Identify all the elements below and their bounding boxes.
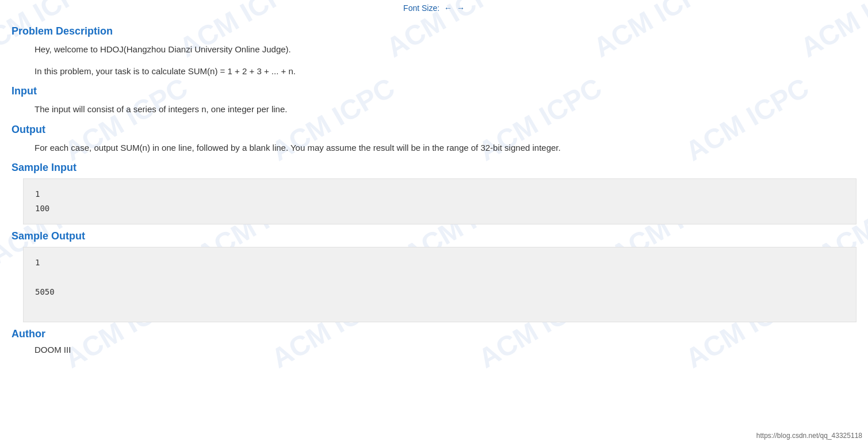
sample-input-line-2: 100: [35, 201, 844, 216]
output-heading: Output: [12, 124, 856, 136]
sample-output-line-2: 5050: [35, 285, 844, 299]
page-wrapper: Font Size: ← → Problem Description Hey, …: [0, 0, 868, 378]
author-heading: Author: [12, 328, 856, 340]
font-size-bar: Font Size: ← →: [12, 0, 856, 20]
sample-output-block: 1 5050: [23, 247, 856, 322]
sample-output-heading: Sample Output: [12, 230, 856, 242]
font-size-decrease[interactable]: ←: [444, 3, 452, 13]
problem-description-heading: Problem Description: [12, 25, 856, 37]
sample-input-heading: Sample Input: [12, 162, 856, 174]
sample-input-line-1: 1: [35, 187, 844, 201]
sample-output-line-1: 1: [35, 256, 844, 270]
input-content: The input will consist of a series of in…: [35, 102, 856, 117]
author-content: DOOM III: [35, 345, 856, 355]
problem-description-p1: Hey, welcome to HDOJ(Hangzhou Dianzi Uni…: [35, 42, 856, 57]
input-heading: Input: [12, 85, 856, 97]
sample-output-blank-1: [35, 270, 844, 285]
sample-input-block: 1 100: [23, 178, 856, 224]
output-text: For each case, output SUM(n) in one line…: [35, 140, 856, 155]
problem-description-content: Hey, welcome to HDOJ(Hangzhou Dianzi Uni…: [35, 42, 856, 78]
output-content: For each case, output SUM(n) in one line…: [35, 140, 856, 155]
font-size-increase[interactable]: →: [457, 3, 465, 13]
input-text: The input will consist of a series of in…: [35, 102, 856, 117]
sample-output-blank-2: [35, 299, 844, 314]
problem-description-p2: In this problem, your task is to calcula…: [35, 64, 856, 79]
font-size-label: Font Size:: [403, 3, 439, 13]
author-name: DOOM III: [35, 345, 71, 355]
